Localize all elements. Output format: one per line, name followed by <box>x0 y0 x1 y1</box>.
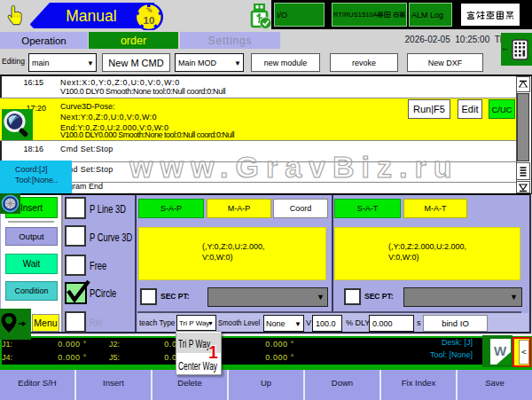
svg-text:W: W <box>494 343 507 358</box>
svg-text:10: 10 <box>144 15 155 26</box>
